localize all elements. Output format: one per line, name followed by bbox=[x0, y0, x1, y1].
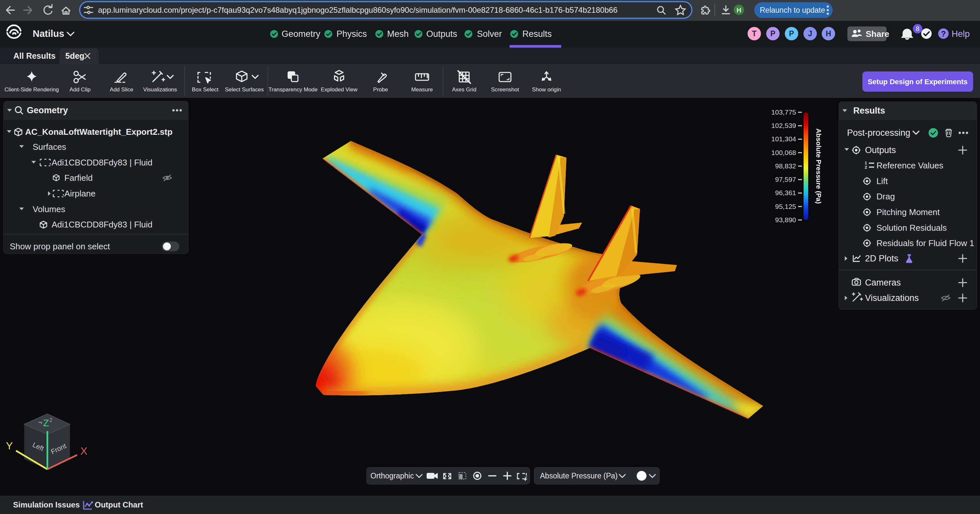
svg-text:98,832: 98,832 bbox=[775, 162, 796, 170]
svg-text:Airplane: Airplane bbox=[64, 189, 95, 198]
svg-text:Lift: Lift bbox=[877, 176, 888, 186]
svg-text:102,539: 102,539 bbox=[771, 122, 796, 129]
svg-text:Setup Design of Experiments: Setup Design of Experiments bbox=[868, 78, 967, 86]
svg-text:Outputs: Outputs bbox=[865, 145, 896, 155]
svg-text:Add Slice: Add Slice bbox=[110, 86, 133, 93]
svg-text:Cameras: Cameras bbox=[865, 278, 901, 287]
svg-text:?: ? bbox=[941, 29, 946, 38]
svg-text:Drag: Drag bbox=[877, 192, 895, 201]
svg-text:Measure: Measure bbox=[411, 86, 433, 93]
svg-text:Help: Help bbox=[951, 29, 970, 39]
svg-text:Absolute Pressure (Pa): Absolute Pressure (Pa) bbox=[815, 128, 822, 204]
svg-text:2: 2 bbox=[49, 417, 52, 423]
svg-text:96,361: 96,361 bbox=[775, 189, 796, 197]
svg-text:93,890: 93,890 bbox=[775, 216, 796, 224]
svg-text:Y: Y bbox=[6, 440, 13, 452]
svg-text:Geometry: Geometry bbox=[282, 29, 320, 39]
svg-text:Geometry: Geometry bbox=[27, 105, 68, 115]
svg-text:Client-Side Rendering: Client-Side Rendering bbox=[5, 86, 59, 93]
svg-text:H: H bbox=[737, 6, 741, 14]
svg-text:Transparency Mode: Transparency Mode bbox=[269, 86, 318, 93]
svg-text:Adi1CBCDD8Fdy83 | Fluid: Adi1CBCDD8Fdy83 | Fluid bbox=[52, 220, 153, 229]
svg-text:8: 8 bbox=[916, 25, 919, 32]
svg-text:Physics: Physics bbox=[336, 29, 367, 39]
svg-text:J: J bbox=[808, 29, 813, 38]
svg-text:Residuals for Fluid Flow 1: Residuals for Fluid Flow 1 bbox=[877, 238, 974, 248]
svg-text:Adi1CBCDD8Fdy83 | Fluid: Adi1CBCDD8Fdy83 | Fluid bbox=[52, 158, 153, 167]
svg-text:Surfaces: Surfaces bbox=[33, 142, 66, 152]
svg-text:Z: Z bbox=[43, 417, 49, 428]
svg-text:Results: Results bbox=[853, 106, 885, 116]
svg-text:Select Surfaces: Select Surfaces bbox=[225, 86, 264, 93]
svg-text:Results: Results bbox=[522, 29, 552, 39]
svg-text:101,304: 101,304 bbox=[771, 135, 796, 143]
svg-text:Relaunch to update: Relaunch to update bbox=[760, 6, 825, 14]
svg-text:Axes Grid: Axes Grid bbox=[452, 86, 477, 93]
svg-text:H: H bbox=[826, 29, 831, 38]
svg-text:103,775: 103,775 bbox=[771, 108, 796, 116]
svg-text:Post-processing: Post-processing bbox=[847, 128, 910, 138]
svg-text:Natilus: Natilus bbox=[33, 29, 64, 39]
svg-text:Reference Values: Reference Values bbox=[877, 160, 943, 170]
svg-text:Pitching Moment: Pitching Moment bbox=[877, 207, 940, 217]
svg-text:Exploded View: Exploded View bbox=[321, 86, 358, 93]
svg-text:2D Plots: 2D Plots bbox=[865, 254, 898, 263]
svg-text:Share: Share bbox=[865, 29, 889, 39]
svg-text:Show origin: Show origin bbox=[532, 86, 561, 93]
svg-text:Farfield: Farfield bbox=[64, 173, 93, 183]
svg-text:Absolute Pressure (Pa): Absolute Pressure (Pa) bbox=[540, 471, 618, 480]
svg-text:Solver: Solver bbox=[477, 29, 502, 39]
svg-text:app.luminarycloud.com/project/: app.luminarycloud.com/project/p-c7fqau93… bbox=[98, 6, 617, 14]
svg-text:Show prop panel on select: Show prop panel on select bbox=[10, 241, 110, 251]
svg-text:Visualizations: Visualizations bbox=[143, 86, 177, 93]
svg-text:Simulation Issues: Simulation Issues bbox=[13, 500, 80, 509]
svg-text:P: P bbox=[770, 29, 775, 38]
svg-text:X: X bbox=[80, 445, 87, 457]
svg-text:Outputs: Outputs bbox=[426, 29, 457, 39]
svg-text:Box Select: Box Select bbox=[192, 86, 218, 93]
svg-text:2: 2 bbox=[865, 165, 867, 170]
svg-text:Orthographic: Orthographic bbox=[371, 471, 414, 480]
svg-text:97,597: 97,597 bbox=[775, 176, 796, 183]
svg-text:AC_KonaLoftWatertight_Export2.: AC_KonaLoftWatertight_Export2.stp bbox=[25, 127, 172, 137]
svg-text:Output Chart: Output Chart bbox=[95, 500, 143, 509]
svg-text:Volumes: Volumes bbox=[33, 204, 65, 214]
svg-text:100,068: 100,068 bbox=[771, 149, 796, 156]
svg-text:P: P bbox=[789, 29, 794, 38]
svg-text:T: T bbox=[752, 29, 757, 38]
svg-text:Visualizations: Visualizations bbox=[865, 293, 919, 303]
svg-text:Add Clip: Add Clip bbox=[70, 86, 91, 93]
svg-text:5deg: 5deg bbox=[65, 51, 84, 60]
svg-text:Probe: Probe bbox=[373, 86, 388, 93]
svg-text:All Results: All Results bbox=[13, 51, 56, 60]
svg-text:95,125: 95,125 bbox=[775, 203, 796, 210]
svg-text:Solution Residuals: Solution Residuals bbox=[877, 223, 947, 233]
svg-text:Mesh: Mesh bbox=[387, 29, 409, 39]
svg-text:Screenshot: Screenshot bbox=[491, 86, 519, 93]
